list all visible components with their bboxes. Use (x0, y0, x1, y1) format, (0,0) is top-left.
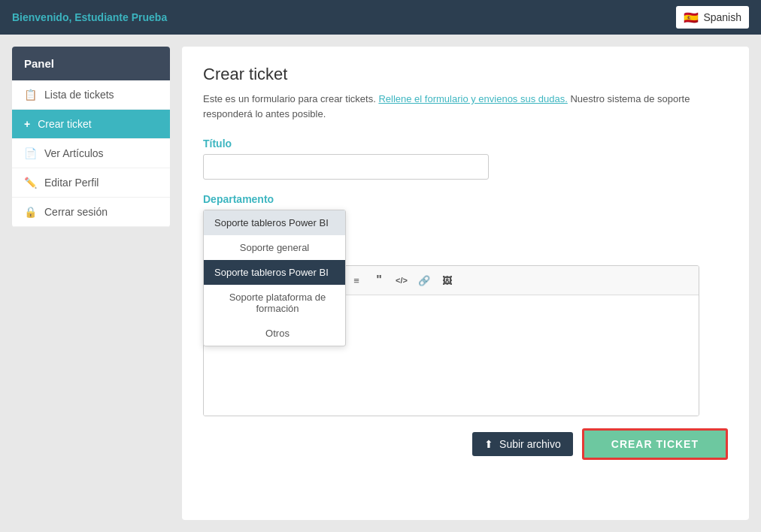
dept-option-3[interactable]: Soporte plataforma de formación (204, 285, 345, 321)
upload-label: Subir archivo (499, 438, 561, 450)
link-button[interactable]: 🔗 (414, 271, 434, 290)
sidebar-item-label: Ver Artículos (44, 147, 104, 159)
page-title: Crear ticket (203, 65, 728, 84)
header: Bienvenido, Estudiante Prueba 🇪🇸 Spanish (0, 0, 761, 35)
departamento-label: Departamento (203, 193, 728, 205)
language-label: Spanish (703, 11, 741, 23)
sidebar-item-lista-tickets[interactable]: 📋 Lista de tickets (12, 80, 170, 110)
welcome-message: Bienvenido, Estudiante Prueba (12, 11, 167, 23)
sidebar-item-label: Lista de tickets (44, 89, 114, 101)
titulo-input[interactable] (203, 154, 489, 180)
upload-button[interactable]: ⬆ Subir archivo (472, 432, 573, 456)
dept-option-0[interactable]: Soporte tableros Power BI (204, 210, 345, 235)
desc-link[interactable]: Rellene el formulario y envienos sus dud… (378, 93, 567, 104)
departamento-dropdown[interactable]: Soporte tableros Power BI Soporte genera… (203, 210, 346, 346)
quote-button[interactable]: " (369, 271, 389, 290)
cerrar-sesion-icon: 🔒 (24, 206, 37, 218)
ticket-list-icon: 📋 (24, 89, 37, 101)
language-selector[interactable]: 🇪🇸 Spanish (676, 6, 749, 29)
perfil-icon: ✏️ (24, 177, 37, 189)
desc-part1: Este es un formulario para crear tickets… (203, 93, 376, 104)
bottom-actions: ⬆ Subir archivo CREAR TICKET (203, 428, 728, 460)
articulos-icon: 📄 (24, 147, 37, 159)
create-ticket-button[interactable]: CREAR TICKET (582, 428, 728, 460)
content-area: Crear ticket Este es un formulario para … (182, 47, 749, 520)
flag-icon: 🇪🇸 (684, 11, 699, 25)
sidebar-header: Panel (12, 47, 170, 80)
sidebar-item-label: Crear ticket (38, 118, 92, 130)
departamento-group: Departamento Soporte tableros Power BI S… (203, 193, 728, 205)
welcome-text: Bienvenido, (12, 11, 71, 23)
unordered-list-button[interactable]: ≡ (347, 271, 366, 290)
sidebar: Panel 📋 Lista de tickets + Crear ticket … (12, 47, 170, 227)
sidebar-item-label: Cerrar sesión (44, 206, 108, 218)
sidebar-item-cerrar-sesion[interactable]: 🔒 Cerrar sesión (12, 198, 170, 227)
code-button[interactable]: </> (392, 271, 411, 290)
upload-icon: ⬆ (484, 438, 493, 450)
dept-option-1[interactable]: Soporte general (204, 235, 345, 260)
create-ticket-label: CREAR TICKET (611, 438, 699, 450)
image-button[interactable]: 🖼 (437, 271, 456, 290)
titulo-group: Título (203, 138, 728, 180)
user-name: Estudiante Prueba (74, 11, 167, 23)
dept-option-2[interactable]: Soporte tableros Power BI (204, 260, 345, 285)
sidebar-item-ver-articulos[interactable]: 📄 Ver Artículos (12, 139, 170, 168)
crear-ticket-icon: + (24, 118, 30, 130)
titulo-label: Título (203, 138, 728, 150)
main-layout: Panel 📋 Lista de tickets + Crear ticket … (0, 35, 761, 532)
page-description: Este es un formulario para crear tickets… (203, 92, 728, 121)
sidebar-item-crear-ticket[interactable]: + Crear ticket (12, 110, 170, 139)
dept-option-4[interactable]: Otros (204, 321, 345, 346)
sidebar-item-editar-perfil[interactable]: ✏️ Editar Perfil (12, 168, 170, 198)
sidebar-item-label: Editar Perfil (44, 177, 99, 189)
